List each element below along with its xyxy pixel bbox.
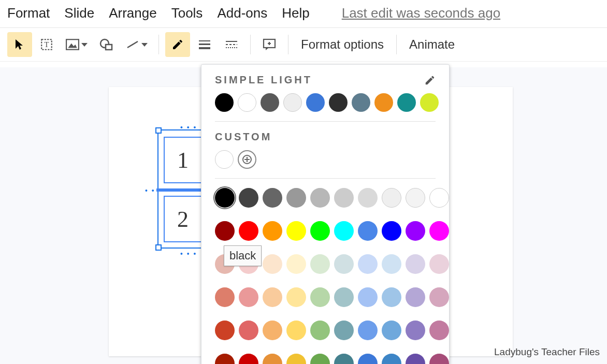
active-border[interactable] [156, 188, 206, 192]
shape-tool[interactable] [94, 32, 119, 57]
color-swatch[interactable] [334, 321, 354, 340]
color-swatch[interactable] [382, 188, 401, 208]
color-swatch[interactable] [382, 221, 401, 241]
color-swatch[interactable] [310, 254, 330, 274]
color-swatch[interactable] [263, 287, 282, 307]
color-swatch[interactable] [286, 221, 306, 241]
color-swatch[interactable] [429, 254, 449, 274]
color-swatch[interactable] [310, 287, 330, 307]
color-swatch[interactable] [397, 93, 416, 112]
table-cell[interactable]: 2 [164, 196, 202, 242]
svg-rect-8 [199, 43, 210, 45]
color-swatch[interactable] [358, 321, 378, 340]
menu-addons[interactable]: Add-ons [217, 5, 267, 21]
edit-status[interactable]: Last edit was seconds ago [342, 5, 500, 21]
color-swatch[interactable] [406, 221, 425, 241]
comment-button[interactable] [257, 32, 282, 57]
color-swatch[interactable] [215, 93, 234, 112]
color-swatch[interactable] [334, 254, 354, 274]
color-swatch[interactable] [286, 321, 306, 340]
color-swatch[interactable] [429, 221, 449, 241]
selected-table[interactable]: • • • • • • • • • 1 2 [157, 129, 203, 249]
color-swatch[interactable] [263, 188, 282, 208]
color-swatch[interactable] [406, 321, 425, 340]
color-swatch[interactable] [334, 354, 354, 364]
color-swatch[interactable] [406, 287, 425, 307]
color-swatch[interactable] [382, 354, 401, 364]
color-swatch[interactable] [406, 188, 425, 208]
menu-arrange[interactable]: Arrange [109, 5, 157, 21]
color-swatch[interactable] [239, 321, 258, 340]
color-swatch[interactable] [334, 221, 354, 241]
image-tool[interactable] [61, 32, 92, 57]
color-swatch[interactable] [352, 93, 370, 112]
color-swatch[interactable] [286, 188, 306, 208]
svg-text:T: T [44, 40, 49, 49]
color-swatch[interactable] [429, 354, 449, 364]
color-swatch[interactable] [283, 93, 302, 112]
format-options-button[interactable]: Format options [295, 33, 390, 56]
menu-help[interactable]: Help [282, 5, 309, 21]
color-swatch[interactable] [239, 354, 258, 364]
color-swatch[interactable] [358, 188, 378, 208]
resize-handle[interactable]: • • • [180, 123, 197, 132]
color-swatch[interactable] [429, 321, 449, 340]
color-swatch[interactable] [286, 254, 306, 274]
select-tool[interactable] [7, 32, 32, 57]
color-swatch[interactable] [215, 321, 235, 340]
animate-button[interactable]: Animate [403, 33, 461, 56]
color-swatch[interactable] [382, 287, 401, 307]
table-cell[interactable]: 1 [164, 137, 202, 183]
color-swatch[interactable] [334, 287, 354, 307]
color-swatch[interactable] [429, 287, 449, 307]
color-swatch[interactable] [215, 150, 234, 169]
color-swatch[interactable] [215, 287, 235, 307]
color-swatch[interactable] [215, 188, 235, 208]
border-weight-button[interactable] [192, 32, 217, 57]
svg-rect-7 [199, 40, 210, 41]
border-color-button[interactable] [165, 32, 190, 57]
color-swatch[interactable] [382, 254, 401, 274]
color-swatch[interactable] [334, 188, 354, 208]
color-swatch[interactable] [358, 287, 378, 307]
color-swatch[interactable] [406, 254, 425, 274]
color-swatch[interactable] [263, 354, 282, 364]
color-swatch[interactable] [310, 221, 330, 241]
color-swatch[interactable] [261, 93, 279, 112]
color-swatch[interactable] [215, 221, 235, 241]
color-swatch[interactable] [358, 354, 378, 364]
color-swatch[interactable] [310, 321, 330, 340]
textbox-tool[interactable]: T [34, 32, 59, 57]
chevron-down-icon [141, 43, 148, 47]
color-swatch[interactable] [286, 287, 306, 307]
color-swatch[interactable] [429, 188, 449, 208]
add-custom-color[interactable] [238, 150, 256, 169]
color-swatch[interactable] [239, 287, 258, 307]
color-swatch[interactable] [374, 93, 393, 112]
color-swatch[interactable] [420, 93, 439, 112]
color-swatch[interactable] [238, 93, 256, 112]
edit-theme-icon[interactable] [424, 75, 436, 86]
border-dash-button[interactable] [219, 32, 244, 57]
color-swatch[interactable] [263, 254, 282, 274]
color-swatch[interactable] [310, 188, 330, 208]
line-tool[interactable] [121, 32, 152, 57]
separator [158, 35, 159, 54]
color-swatch[interactable] [358, 254, 378, 274]
menu-format[interactable]: Format [7, 5, 50, 21]
color-swatch[interactable] [263, 321, 282, 340]
color-swatch[interactable] [239, 188, 258, 208]
color-swatch[interactable] [382, 321, 401, 340]
color-swatch[interactable] [286, 354, 306, 364]
color-swatch[interactable] [310, 354, 330, 364]
color-swatch[interactable] [358, 221, 378, 241]
color-swatch[interactable] [215, 354, 235, 364]
color-swatch[interactable] [263, 221, 282, 241]
color-swatch[interactable] [406, 354, 425, 364]
menu-tools[interactable]: Tools [171, 5, 203, 21]
color-swatch[interactable] [306, 93, 325, 112]
color-swatch[interactable] [239, 221, 258, 241]
menu-slide[interactable]: Slide [64, 5, 94, 21]
color-swatch[interactable] [329, 93, 348, 112]
resize-handle[interactable]: • • • [180, 250, 197, 258]
